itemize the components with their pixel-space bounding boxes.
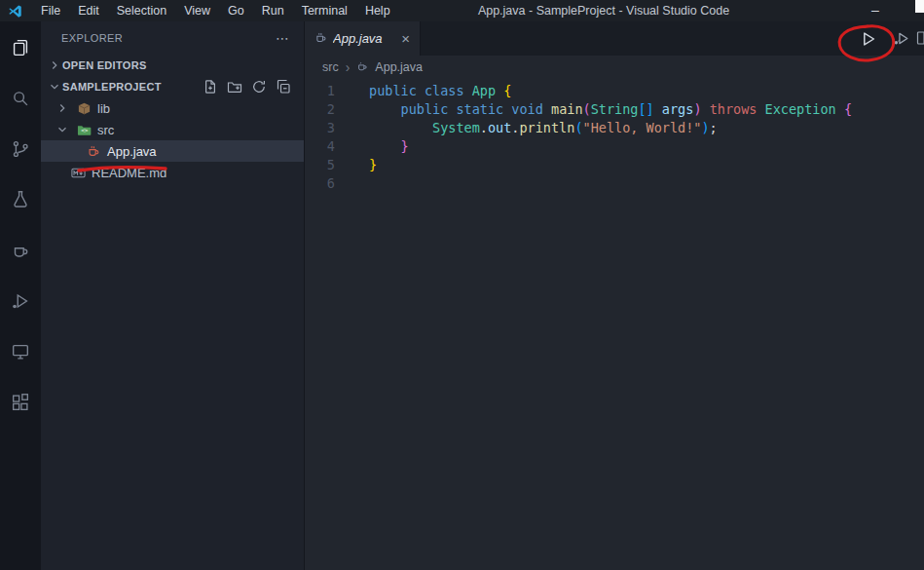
- markdown-icon: [70, 165, 86, 180]
- gutter: 123456: [305, 82, 344, 570]
- explorer-more-actions-button[interactable]: ⋯: [276, 30, 290, 46]
- editor-actions: [857, 21, 910, 56]
- line-number[interactable]: 2: [305, 100, 335, 119]
- project-label: SAMPLEPROJECT: [62, 81, 162, 93]
- activity-testing[interactable]: [0, 176, 41, 227]
- new-folder-icon[interactable]: [227, 79, 242, 95]
- java-cup-icon: [10, 240, 31, 265]
- code-line[interactable]: }: [369, 137, 852, 156]
- java-file-icon: [86, 143, 101, 159]
- window-minimize-button[interactable]: –: [862, 0, 889, 19]
- breadcrumb-separator: ›: [346, 60, 351, 74]
- chevron-right-icon: [55, 100, 70, 116]
- breadcrumb: src › App.java: [305, 56, 924, 79]
- svg-text:<>: <>: [81, 127, 89, 133]
- title-bar: File Edit Selection View Go Run Terminal…: [0, 0, 924, 21]
- menu-run[interactable]: Run: [253, 0, 293, 21]
- search-icon: [10, 88, 31, 113]
- tree-item-readme[interactable]: README.md: [41, 162, 304, 183]
- code-editor[interactable]: 123456 public class App { public static …: [305, 79, 924, 570]
- explorer-title: EXPLORER: [61, 32, 123, 44]
- code-lines: public class App { public static void ma…: [344, 82, 852, 570]
- tree-item-label: src: [97, 123, 114, 137]
- source-control-icon: [10, 138, 31, 164]
- line-number[interactable]: 4: [305, 137, 335, 156]
- project-actions: [203, 79, 304, 95]
- activity-remote-explorer[interactable]: [0, 328, 41, 379]
- vscode-logo-icon: [8, 4, 22, 19]
- breadcrumb-app-java[interactable]: App.java: [375, 60, 423, 74]
- window-control-partial[interactable]: [915, 0, 924, 13]
- code-line[interactable]: System.out.println("Hello, World!");: [369, 119, 852, 137]
- menu-edit[interactable]: Edit: [69, 0, 108, 21]
- tree-item-label: App.java: [107, 144, 157, 159]
- remote-explorer-icon: [10, 341, 31, 366]
- breadcrumb-src[interactable]: src: [322, 60, 339, 74]
- activity-java[interactable]: [0, 227, 41, 278]
- files-icon: [10, 37, 31, 62]
- line-number[interactable]: 1: [305, 82, 335, 100]
- tree-item-label: README.md: [92, 166, 166, 180]
- menu-selection[interactable]: Selection: [108, 0, 175, 21]
- debug-button[interactable]: [892, 29, 910, 48]
- java-file-icon: [356, 60, 368, 75]
- java-file-icon: [314, 31, 327, 47]
- chevron-down-icon: [47, 79, 62, 95]
- menu-view[interactable]: View: [175, 0, 219, 21]
- menu-help[interactable]: Help: [356, 0, 399, 21]
- editor-group: App.java × src › App.java 123456 public …: [305, 21, 924, 570]
- menu-file[interactable]: File: [32, 0, 69, 21]
- refresh-icon[interactable]: [251, 79, 267, 95]
- split-editor-icon[interactable]: [916, 30, 924, 50]
- line-number[interactable]: 6: [305, 174, 335, 193]
- tab-app-java[interactable]: App.java ×: [305, 21, 421, 56]
- activity-extensions[interactable]: [0, 379, 41, 430]
- menu-go[interactable]: Go: [219, 0, 253, 21]
- tree-item-label: lib: [97, 101, 110, 116]
- close-icon[interactable]: ×: [399, 31, 412, 46]
- collapse-all-icon[interactable]: [276, 79, 291, 95]
- tab-label: App.java: [333, 31, 393, 46]
- tab-bar: App.java ×: [305, 21, 924, 56]
- explorer-header: EXPLORER ⋯: [41, 21, 304, 55]
- activity-explorer[interactable]: [0, 24, 41, 75]
- activity-source-control[interactable]: [0, 126, 41, 176]
- code-line[interactable]: [369, 174, 852, 193]
- open-editors-label: OPEN EDITORS: [62, 59, 147, 71]
- explorer-sidebar: EXPLORER ⋯ OPEN EDITORS SAMPLEPROJECT li…: [41, 21, 305, 570]
- tree-item-src[interactable]: <> src: [41, 119, 304, 140]
- folder-src-icon: <>: [76, 122, 92, 137]
- chevron-right-icon: [47, 57, 62, 73]
- beaker-icon: [10, 189, 31, 214]
- code-line[interactable]: public static void main(String[] args) t…: [369, 100, 852, 119]
- activity-run-and-debug[interactable]: [0, 278, 41, 328]
- line-number[interactable]: 3: [305, 119, 335, 137]
- project-section[interactable]: SAMPLEPROJECT: [41, 76, 304, 97]
- run-button[interactable]: [857, 28, 878, 50]
- code-line[interactable]: public class App {: [369, 82, 852, 100]
- open-editors-section[interactable]: OPEN EDITORS: [41, 55, 304, 76]
- activity-search[interactable]: [0, 75, 41, 126]
- tree-item-app-java[interactable]: App.java: [41, 140, 304, 162]
- chevron-down-icon: [55, 122, 70, 137]
- menu-terminal[interactable]: Terminal: [293, 0, 356, 21]
- run-debug-icon: [10, 290, 31, 316]
- package-icon: [76, 100, 92, 116]
- tree-item-lib[interactable]: lib: [41, 97, 304, 119]
- window-title: App.java - SampleProject - Visual Studio…: [478, 4, 729, 18]
- line-number[interactable]: 5: [305, 156, 335, 174]
- new-file-icon[interactable]: [203, 79, 218, 95]
- code-line[interactable]: }: [369, 156, 852, 174]
- activity-bar: [0, 21, 41, 570]
- extensions-icon: [10, 392, 31, 417]
